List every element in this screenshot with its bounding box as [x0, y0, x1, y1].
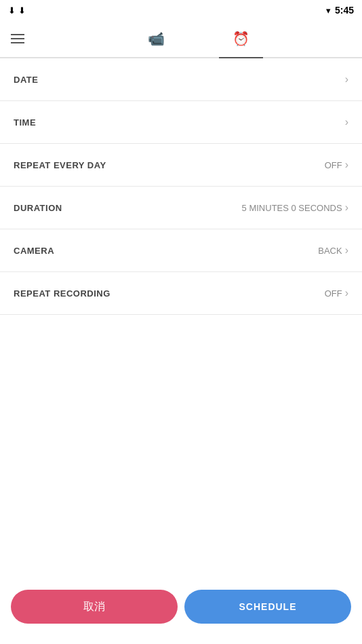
time-label: TIME: [14, 117, 36, 128]
camera-value-container: BACK ›: [318, 244, 348, 257]
download-icon-1: ⬇: [8, 5, 16, 16]
top-nav: 📹 ⏰: [0, 20, 362, 58]
hamburger-menu[interactable]: [0, 29, 35, 49]
duration-value: 5 MINUTES 0 SECONDS: [242, 203, 342, 213]
video-camera-icon: 📹: [148, 31, 165, 47]
camera-row[interactable]: CAMERA BACK ›: [0, 229, 362, 272]
date-chevron-icon: ›: [345, 73, 348, 86]
date-label: DATE: [14, 75, 38, 85]
repeat-recording-value: OFF: [325, 288, 342, 299]
settings-list: DATE › TIME › REPEAT EVERY DAY OFF › DUR…: [0, 58, 362, 315]
time-row[interactable]: TIME ›: [0, 101, 362, 144]
status-bar: ⬇ ⬇ ▾ 5:45: [0, 0, 362, 20]
camera-value: BACK: [318, 246, 342, 256]
time-value-container: ›: [345, 116, 348, 128]
bottom-buttons: 取消 SCHEDULE: [0, 590, 362, 624]
repeat-every-day-row[interactable]: REPEAT EVERY DAY OFF ›: [0, 144, 362, 187]
repeat-recording-chevron-icon: ›: [345, 287, 348, 299]
alarm-clock-icon: ⏰: [233, 31, 249, 47]
duration-label: DURATION: [14, 203, 62, 213]
repeat-recording-value-container: OFF ›: [325, 287, 348, 299]
time-chevron-icon: ›: [345, 116, 348, 128]
repeat-every-day-value-container: OFF ›: [325, 159, 348, 171]
repeat-every-day-value: OFF: [325, 160, 342, 170]
schedule-button[interactable]: SCHEDULE: [184, 590, 351, 624]
date-row[interactable]: DATE ›: [0, 58, 362, 101]
status-time: 5:45: [335, 5, 354, 16]
cancel-button[interactable]: 取消: [11, 590, 178, 624]
tab-schedule[interactable]: ⏰: [219, 20, 263, 57]
repeat-recording-label: REPEAT RECORDING: [14, 288, 110, 299]
duration-value-container: 5 MINUTES 0 SECONDS ›: [242, 202, 348, 214]
tab-video[interactable]: 📹: [134, 20, 178, 57]
repeat-every-day-label: REPEAT EVERY DAY: [14, 160, 106, 170]
camera-label: CAMERA: [14, 246, 54, 256]
camera-chevron-icon: ›: [345, 244, 348, 257]
duration-row[interactable]: DURATION 5 MINUTES 0 SECONDS ›: [0, 187, 362, 229]
date-value-container: ›: [345, 73, 348, 86]
tab-container: 📹 ⏰: [35, 20, 362, 57]
download-icon-2: ⬇: [18, 5, 26, 16]
repeat-recording-row[interactable]: REPEAT RECORDING OFF ›: [0, 272, 362, 315]
duration-chevron-icon: ›: [345, 202, 348, 214]
download-icons: ⬇ ⬇: [8, 5, 26, 16]
repeat-every-day-chevron-icon: ›: [345, 159, 348, 171]
wifi-icon: ▾: [326, 5, 331, 16]
